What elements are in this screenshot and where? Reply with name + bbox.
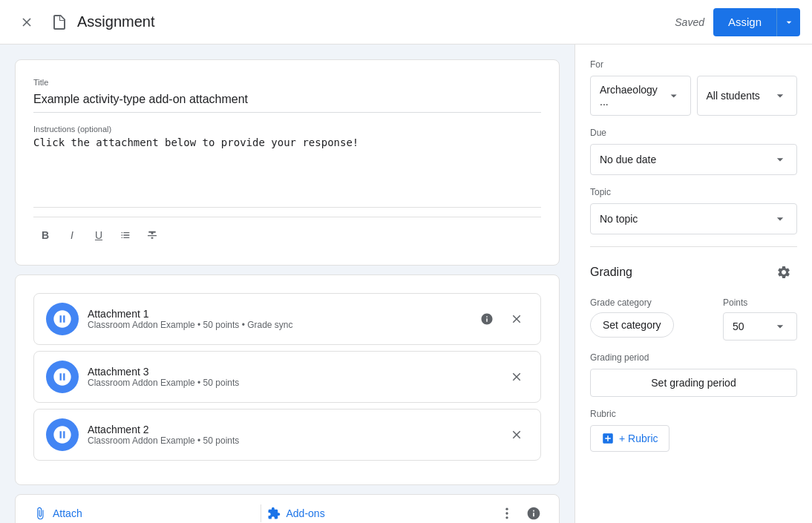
italic-button[interactable]: I bbox=[60, 223, 84, 247]
attachments-card: Attachment 1 Classroom Addon Example • 5… bbox=[15, 274, 560, 485]
bottom-toolbar: Attach Add-ons bbox=[15, 494, 560, 523]
class-dropdown[interactable]: Archaeology ... bbox=[590, 76, 691, 116]
set-category-button[interactable]: Set category bbox=[590, 312, 674, 338]
doc-icon bbox=[50, 13, 68, 31]
close-button[interactable] bbox=[12, 7, 42, 37]
assign-dropdown-button[interactable] bbox=[776, 8, 800, 36]
grading-header: Grading bbox=[590, 259, 797, 286]
title-input[interactable] bbox=[33, 90, 541, 113]
strikethrough-button[interactable] bbox=[140, 223, 164, 247]
attachment-name: Attachment 3 bbox=[88, 366, 496, 378]
grading-title: Grading bbox=[590, 266, 632, 279]
points-label: Points bbox=[723, 297, 797, 308]
rubric-section: Rubric + Rubric bbox=[590, 409, 797, 452]
topic-dropdown[interactable]: No topic bbox=[590, 203, 797, 234]
underline-button[interactable]: U bbox=[87, 223, 111, 247]
attachment-name: Attachment 1 bbox=[88, 308, 466, 320]
topic-section: Topic No topic bbox=[590, 187, 797, 234]
points-value: 50 bbox=[733, 320, 744, 332]
addons-button[interactable]: Add-ons bbox=[261, 495, 494, 523]
more-options-button[interactable] bbox=[494, 500, 520, 523]
svg-point-3 bbox=[505, 512, 508, 514]
attachment-actions bbox=[505, 423, 528, 447]
attachment-info: Attachment 3 Classroom Addon Example • 5… bbox=[88, 366, 496, 388]
points-col: Points 50 bbox=[723, 297, 797, 341]
grading-row: Grade category Set category Points 50 bbox=[590, 297, 797, 341]
table-row: Attachment 2 Classroom Addon Example • 5… bbox=[33, 409, 541, 461]
instructions-section: Instructions (optional) bbox=[33, 125, 541, 208]
left-panel: Title Instructions (optional) B I U bbox=[0, 45, 574, 523]
attachment-icon bbox=[46, 303, 79, 335]
topic-value: No topic bbox=[600, 213, 638, 225]
form-card: Title Instructions (optional) B I U bbox=[15, 59, 560, 266]
title-field-group: Title bbox=[33, 78, 541, 113]
svg-point-2 bbox=[505, 508, 508, 510]
instructions-label: Instructions (optional) bbox=[33, 125, 541, 134]
points-dropdown[interactable]: 50 bbox=[723, 312, 797, 341]
app-bar: Assignment Saved Assign bbox=[0, 0, 812, 45]
due-label: Due bbox=[590, 128, 797, 138]
add-rubric-button[interactable]: + Rubric bbox=[590, 425, 669, 452]
grade-category-col: Grade category Set category bbox=[590, 297, 714, 338]
students-dropdown[interactable]: All students bbox=[697, 76, 798, 116]
attachment-remove-button[interactable] bbox=[505, 365, 528, 389]
main-layout: Title Instructions (optional) B I U bbox=[0, 45, 812, 523]
grading-period-section: Grading period Set grading period bbox=[590, 352, 797, 397]
attachment-meta: Classroom Addon Example • 50 points bbox=[88, 378, 496, 388]
for-row: Archaeology ... All students bbox=[590, 76, 797, 116]
attachment-icon bbox=[46, 418, 79, 451]
class-value: Archaeology ... bbox=[600, 84, 667, 108]
attachment-meta: Classroom Addon Example • 50 points • Gr… bbox=[88, 320, 466, 330]
addons-label: Add-ons bbox=[287, 507, 325, 519]
bold-button[interactable]: B bbox=[33, 223, 57, 247]
attachment-icon bbox=[46, 361, 79, 393]
for-label: For bbox=[590, 59, 797, 70]
attachment-remove-button[interactable] bbox=[505, 423, 528, 447]
saved-status: Saved bbox=[675, 16, 704, 28]
grading-section: Grading Grade category Set category Poin… bbox=[590, 259, 797, 452]
right-panel: For Archaeology ... All students Due No … bbox=[574, 45, 812, 523]
attachment-info: Attachment 1 Classroom Addon Example • 5… bbox=[88, 308, 466, 330]
grade-category-label: Grade category bbox=[590, 297, 714, 308]
grading-period-label: Grading period bbox=[590, 352, 797, 363]
list-button[interactable] bbox=[114, 223, 137, 247]
instructions-textarea[interactable] bbox=[33, 136, 541, 196]
due-date-dropdown[interactable]: No due date bbox=[590, 144, 797, 175]
formatting-toolbar: B I U bbox=[33, 217, 541, 247]
attachment-name: Attachment 2 bbox=[88, 424, 496, 435]
table-row: Attachment 1 Classroom Addon Example • 5… bbox=[33, 293, 541, 345]
attachment-remove-button[interactable] bbox=[505, 307, 528, 331]
students-value: All students bbox=[707, 90, 760, 102]
assign-button[interactable]: Assign bbox=[713, 8, 776, 36]
info-button[interactable] bbox=[520, 500, 547, 523]
app-bar-left: Assignment bbox=[12, 7, 675, 37]
assign-button-group: Assign bbox=[713, 8, 800, 36]
svg-point-4 bbox=[505, 516, 508, 519]
rubric-label: Rubric bbox=[590, 409, 797, 419]
table-row: Attachment 3 Classroom Addon Example • 5… bbox=[33, 351, 541, 403]
attach-label: Attach bbox=[53, 507, 82, 519]
topic-label: Topic bbox=[590, 187, 797, 197]
attachment-meta: Classroom Addon Example • 50 points bbox=[88, 435, 496, 446]
grading-settings-button[interactable] bbox=[770, 259, 797, 286]
attach-button[interactable]: Attach bbox=[27, 495, 261, 523]
set-grading-period-button[interactable]: Set grading period bbox=[590, 369, 797, 397]
attachment-info-button[interactable] bbox=[475, 307, 499, 331]
add-rubric-label: + Rubric bbox=[619, 432, 658, 444]
due-date-value: No due date bbox=[600, 154, 656, 165]
section-divider bbox=[590, 246, 797, 247]
due-section: Due No due date bbox=[590, 128, 797, 175]
attachment-info: Attachment 2 Classroom Addon Example • 5… bbox=[88, 424, 496, 446]
page-title: Assignment bbox=[77, 13, 155, 30]
for-section: For Archaeology ... All students bbox=[590, 59, 797, 116]
attachment-actions bbox=[505, 365, 528, 389]
attachment-actions bbox=[475, 307, 528, 331]
title-label: Title bbox=[33, 78, 541, 87]
